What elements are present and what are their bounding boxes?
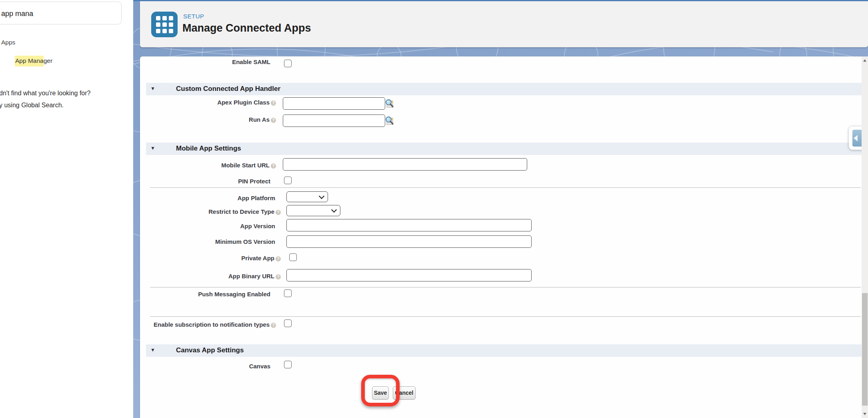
enable-saml-label: Enable SAML	[140, 58, 270, 66]
connected-app-edit-form: Enable SAML ▼ Custom Connected App Handl…	[140, 56, 862, 418]
triangle-down-icon	[863, 413, 866, 415]
pin-protect-label: PIN Protect	[140, 177, 270, 185]
minimum-os-version-input[interactable]	[286, 235, 532, 248]
pin-protect-checkbox[interactable]	[284, 177, 292, 184]
app-version-input[interactable]	[286, 219, 532, 231]
sidebar-footer-text-2: y using Global Search.	[0, 102, 64, 109]
vertical-scrollbar[interactable]	[862, 56, 868, 418]
run-as-lookup-button[interactable]	[385, 115, 394, 125]
section-title: Canvas App Settings	[176, 346, 244, 354]
apex-plugin-class-input[interactable]	[283, 97, 385, 110]
divider	[150, 187, 861, 188]
enable-subscription-notification-types-checkbox[interactable]	[284, 320, 292, 327]
search-result-group-apps: Apps	[1, 39, 15, 46]
collapse-triangle-icon[interactable]: ▼	[150, 86, 155, 91]
scrollbar-up-button[interactable]	[862, 57, 868, 64]
app-binary-url-label: App Binary URL?	[140, 272, 281, 280]
chevron-left-icon	[854, 135, 858, 141]
lookup-icon	[385, 115, 394, 125]
restrict-to-device-type-select[interactable]	[286, 205, 340, 216]
push-messaging-enabled-label: Push Messaging Enabled	[140, 290, 270, 298]
divider	[150, 287, 861, 287]
collapse-triangle-icon[interactable]: ▼	[150, 145, 155, 151]
sidebar-footer-text-1: dn't find what you're looking for?	[0, 90, 90, 97]
run-as-label-text: Run As	[249, 116, 270, 123]
section-canvas-app-settings: ▼ Canvas App Settings	[146, 344, 862, 357]
chevron-down-icon	[319, 193, 324, 199]
apex-plugin-class-label-text: Apex Plugin Class	[217, 99, 270, 106]
scrollbar-down-button[interactable]	[862, 411, 868, 417]
run-as-label: Run As?	[140, 116, 276, 123]
app-binary-url-label-text: App Binary URL	[228, 273, 274, 279]
help-icon[interactable]: ?	[276, 256, 281, 261]
apex-plugin-class-lookup-button[interactable]	[385, 98, 394, 108]
enable-subscription-label-text: Enable subscription to notification type…	[154, 321, 270, 328]
setup-grid-icon	[151, 12, 178, 37]
canvas-label: Canvas	[140, 362, 270, 370]
page-title: Manage Connected Apps	[182, 22, 311, 34]
restrict-to-device-type-label-text: Restrict to Device Type	[208, 208, 274, 215]
lookup-icon	[385, 98, 394, 108]
help-icon[interactable]: ?	[271, 118, 276, 123]
help-icon[interactable]: ?	[271, 100, 276, 106]
scrollbar-thumb[interactable]	[862, 293, 868, 406]
app-platform-label: App Platform	[140, 194, 275, 202]
search-match-rest: ger	[44, 56, 52, 66]
setup-quick-find-sidebar: Apps App Manager dn't find what you're l…	[0, 0, 133, 418]
setup-eyebrow: SETUP	[183, 13, 204, 20]
quick-find-input[interactable]	[0, 8, 102, 20]
chevron-down-icon	[331, 207, 337, 213]
triangle-up-icon	[863, 59, 866, 62]
help-icon[interactable]: ?	[276, 210, 281, 215]
help-icon[interactable]: ?	[271, 163, 276, 169]
mobile-start-url-label: Mobile Start URL?	[140, 161, 276, 169]
section-title: Custom Connected App Handler	[176, 85, 280, 93]
run-as-input[interactable]	[283, 115, 385, 127]
push-messaging-enabled-checkbox[interactable]	[284, 289, 292, 297]
sidebar-item-app-manager[interactable]: App Manager	[15, 56, 52, 66]
section-title: Mobile App Settings	[176, 145, 241, 153]
setup-page-header: SETUP Manage Connected Apps	[140, 1, 868, 47]
restrict-to-device-type-label: Restrict to Device Type?	[140, 208, 281, 215]
search-match-highlight: App Mana	[15, 56, 44, 66]
help-icon[interactable]: ?	[271, 323, 276, 328]
divider	[150, 316, 861, 317]
private-app-checkbox[interactable]	[289, 253, 297, 261]
enable-saml-checkbox[interactable]	[284, 60, 292, 67]
help-icon[interactable]: ?	[276, 274, 281, 279]
private-app-label-text: Private App	[241, 255, 274, 261]
red-highlight-annotation	[361, 375, 400, 406]
minimum-os-version-label: Minimum OS Version	[140, 238, 275, 245]
section-mobile-app-settings: ▼ Mobile App Settings	[146, 143, 862, 155]
app-platform-select[interactable]	[286, 191, 328, 202]
section-custom-connected-app-handler: ▼ Custom Connected App Handler	[146, 83, 862, 95]
canvas-checkbox[interactable]	[284, 361, 292, 368]
private-app-label: Private App?	[140, 254, 281, 262]
enable-subscription-notification-types-label: Enable subscription to notification type…	[140, 321, 276, 328]
mobile-start-url-label-text: Mobile Start URL	[221, 162, 270, 169]
collapse-triangle-icon[interactable]: ▼	[150, 347, 155, 353]
app-version-label: App Version	[140, 222, 275, 230]
quick-find-search-box[interactable]	[0, 2, 122, 24]
apex-plugin-class-label: Apex Plugin Class?	[140, 98, 276, 106]
mobile-start-url-input[interactable]	[283, 158, 527, 171]
app-binary-url-input[interactable]	[286, 269, 532, 281]
